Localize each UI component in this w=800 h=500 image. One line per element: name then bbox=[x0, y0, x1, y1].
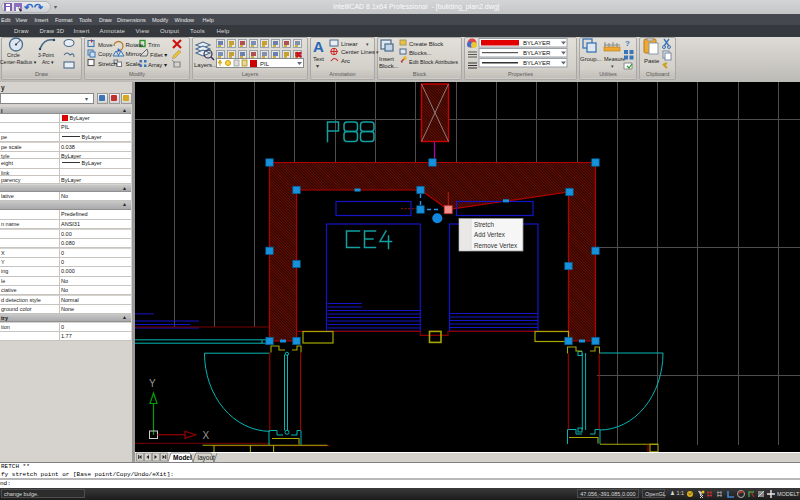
svg-text:A: A bbox=[313, 38, 324, 55]
svg-text:Blocks...: Blocks... bbox=[409, 50, 432, 56]
svg-text:Text: Text bbox=[313, 56, 324, 62]
svg-text:Linear: Linear bbox=[341, 41, 358, 47]
svg-text:↶: ↶ bbox=[23, 1, 34, 13]
svg-text:▾: ▾ bbox=[316, 63, 319, 69]
svg-text:Remove Vertex: Remove Vertex bbox=[474, 242, 518, 249]
svg-text:layout: layout bbox=[198, 454, 216, 462]
svg-text:▾: ▾ bbox=[611, 63, 614, 69]
svg-text:Block...: Block... bbox=[379, 63, 399, 69]
svg-text:BYLAYER: BYLAYER bbox=[523, 40, 551, 46]
svg-text:↷: ↷ bbox=[34, 1, 44, 13]
svg-text:Stretch: Stretch bbox=[474, 221, 494, 228]
svg-text:Model: Model bbox=[173, 454, 192, 461]
svg-text:PIL: PIL bbox=[260, 61, 270, 67]
svg-text:Edit Block Attributes: Edit Block Attributes bbox=[409, 59, 458, 65]
svg-text:Insert: Insert bbox=[379, 56, 394, 62]
svg-text:Group...: Group... bbox=[580, 56, 602, 62]
svg-text:X: X bbox=[203, 430, 210, 441]
svg-text:Create Block: Create Block bbox=[409, 41, 444, 47]
svg-text:▾: ▾ bbox=[366, 41, 369, 47]
svg-text:Paste: Paste bbox=[644, 58, 660, 64]
svg-text:BYLAYER: BYLAYER bbox=[523, 60, 551, 66]
svg-text:?: ? bbox=[625, 39, 630, 48]
svg-text:Arc: Arc bbox=[341, 58, 350, 64]
svg-text:Measure: Measure bbox=[604, 56, 625, 62]
svg-text:Add Vertex: Add Vertex bbox=[474, 231, 506, 238]
svg-text:▾: ▾ bbox=[376, 49, 379, 55]
svg-text:Center Lines: Center Lines bbox=[341, 49, 375, 55]
svg-text:▾: ▾ bbox=[54, 4, 57, 10]
svg-text:BYLAYER: BYLAYER bbox=[523, 50, 551, 56]
svg-text:Y: Y bbox=[149, 378, 156, 389]
